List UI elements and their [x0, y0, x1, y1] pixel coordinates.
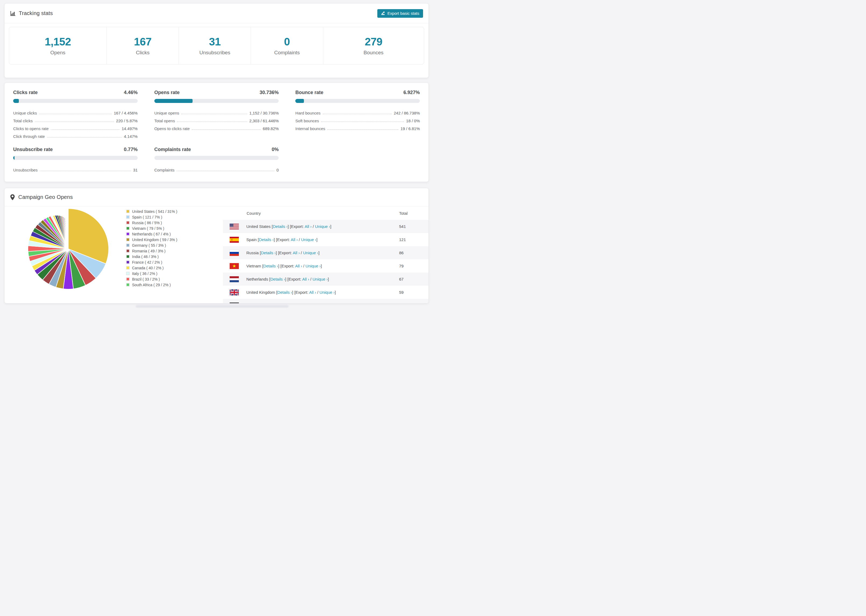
- export-all-link[interactable]: All ›: [309, 290, 316, 295]
- legend-item: Italy ( 36 / 2% ): [126, 271, 177, 276]
- flag-icon-gb: [230, 289, 239, 295]
- rate-value: 0.77%: [124, 147, 138, 152]
- stat-box-unsubscribes: 31Unsubscribes: [179, 27, 251, 64]
- details-link[interactable]: Details ›: [277, 290, 292, 295]
- rate-title: Clicks rate: [13, 90, 38, 96]
- separator: /: [299, 250, 303, 255]
- dotted-leader: [51, 129, 120, 130]
- legend-label: Romania ( 49 / 3% ): [132, 249, 166, 253]
- table-row: Spain [Details ›] [Export: All › / Uniqu…: [223, 233, 428, 246]
- country-cell: Spain [Details ›] [Export: All › / Uniqu…: [239, 237, 399, 242]
- export-all-link[interactable]: All ›: [295, 264, 302, 268]
- rate-block-complaints-rate: Complaints rate0%Complaints0: [154, 147, 279, 172]
- dotted-leader: [181, 114, 247, 114]
- legend-item: Russia ( 86 / 5% ): [126, 220, 177, 225]
- rate-stat-label: Total clicks: [13, 118, 33, 123]
- legend-label: Canada ( 40 / 2% ): [132, 266, 164, 270]
- dotted-leader: [192, 129, 261, 130]
- legend-label: United States ( 541 / 31% ): [132, 209, 177, 214]
- details-link[interactable]: Details ›: [261, 250, 276, 255]
- legend-item: Romania ( 49 / 3% ): [126, 248, 177, 254]
- table-row: United States [Details ›] [Export: All ›…: [223, 220, 428, 233]
- export-all-link[interactable]: All ›: [305, 224, 312, 229]
- legend-swatch: [126, 244, 130, 247]
- stat-value: 167: [134, 36, 151, 48]
- legend-swatch: [126, 272, 130, 275]
- total-column-header: Total: [399, 211, 428, 215]
- legend-label: Spain ( 121 / 7% ): [132, 215, 162, 219]
- bracket: ] [: [278, 264, 282, 268]
- rate-title: Unsubscribe rate: [13, 147, 53, 152]
- legend-item: United Kingdom ( 59 / 3% ): [126, 237, 177, 242]
- rate-stat-value: 689.82%: [263, 126, 279, 131]
- stat-box-bounces: 279Bounces: [323, 27, 424, 64]
- legend-item: Spain ( 121 / 7% ): [126, 214, 177, 220]
- dotted-leader: [177, 171, 274, 171]
- export-all-link[interactable]: All ›: [291, 237, 298, 242]
- legend-label: Vietnam ( 79 / 5% ): [132, 226, 164, 231]
- rates-grid: Clicks rate4.46%Unique clicks167 / 4.456…: [13, 90, 420, 172]
- country-name: United States: [246, 224, 272, 229]
- legend-swatch: [126, 249, 130, 253]
- separator: /: [312, 224, 315, 229]
- bracket: ]: [316, 237, 317, 242]
- legend-item: Brazil ( 33 / 2% ): [126, 276, 177, 282]
- stat-box-opens: 1,152Opens: [9, 27, 107, 64]
- legend-item: Vietnam ( 79 / 5% ): [126, 225, 177, 231]
- legend-item: Germany ( 55 / 3% ): [126, 242, 177, 248]
- bracket: ]: [321, 264, 322, 268]
- export-unique-link[interactable]: Unique ›: [313, 277, 328, 281]
- table-row: Russia [Details ›] [Export: All › / Uniq…: [223, 246, 428, 259]
- rate-stat-row: Hard bounces242 / 86.738%: [295, 107, 420, 115]
- legend-swatch: [126, 255, 130, 258]
- total-cell: 59: [399, 290, 428, 295]
- export-all-link[interactable]: All ›: [302, 277, 309, 281]
- export-unique-link[interactable]: Unique ›: [303, 250, 318, 255]
- country-name: Russia: [246, 250, 260, 255]
- dotted-leader: [327, 129, 398, 130]
- rate-stat-row: Click through rate4.147%: [13, 131, 138, 139]
- legend-item: India ( 46 / 3% ): [126, 254, 177, 259]
- rate-stat-row: Total clicks220 / 5.87%: [13, 115, 138, 123]
- dotted-leader: [39, 114, 112, 114]
- rate-stat-label: Click through rate: [13, 134, 45, 139]
- rate-stat-label: Unique clicks: [13, 111, 37, 115]
- export-unique-link[interactable]: Unique ›: [305, 264, 321, 268]
- rate-stat-value: 18 / 0%: [406, 118, 420, 123]
- rate-stat-row: Unique clicks167 / 4.456%: [13, 107, 138, 115]
- details-link[interactable]: Details ›: [263, 264, 278, 268]
- details-link[interactable]: Details ›: [273, 224, 288, 229]
- rate-block-bounce-rate: Bounce rate6.927%Hard bounces242 / 86.73…: [295, 90, 420, 139]
- horizontal-scrollbar[interactable]: [136, 305, 288, 308]
- flag-icon-nl: [230, 276, 239, 283]
- rates-card: Clicks rate4.46%Unique clicks167 / 4.456…: [4, 83, 429, 182]
- flag-icon-es: [230, 237, 239, 243]
- export-basic-stats-button[interactable]: Export basic stats: [377, 9, 423, 18]
- details-link[interactable]: Details ›: [259, 237, 274, 242]
- legend-item: United States ( 541 / 31% ): [126, 209, 177, 214]
- export-unique-link[interactable]: Unique ›: [315, 224, 330, 229]
- rate-stat-value: 19 / 6.81%: [400, 126, 420, 131]
- rate-title: Opens rate: [154, 90, 179, 96]
- export-all-link[interactable]: All ›: [293, 250, 300, 255]
- rate-stat-label: Unsubscribes: [13, 168, 38, 172]
- country-name: United Kingdom: [246, 290, 276, 295]
- legend-swatch: [126, 261, 130, 264]
- rate-stat-row: Unique opens1,152 / 30.736%: [154, 107, 279, 115]
- bar-chart-icon: [10, 11, 16, 16]
- country-name: Netherlands: [246, 277, 269, 281]
- stat-value: 1,152: [45, 36, 71, 48]
- country-cell: United Kingdom [Details ›] [Export: All …: [239, 290, 399, 295]
- legend-label: France ( 42 / 2% ): [132, 260, 162, 264]
- rate-stat-label: Soft bounces: [295, 118, 319, 123]
- flag-icon-us: [230, 223, 239, 230]
- progress-bar-track: [13, 99, 138, 103]
- details-link[interactable]: Details ›: [270, 277, 285, 281]
- export-unique-link[interactable]: Unique ›: [301, 237, 316, 242]
- stat-value: 279: [365, 36, 382, 48]
- rate-value: 0%: [272, 147, 279, 152]
- export-label: Export:: [282, 264, 295, 268]
- export-unique-link[interactable]: Unique ›: [320, 290, 335, 295]
- legend-swatch: [126, 283, 130, 286]
- bracket: ] [: [276, 250, 279, 255]
